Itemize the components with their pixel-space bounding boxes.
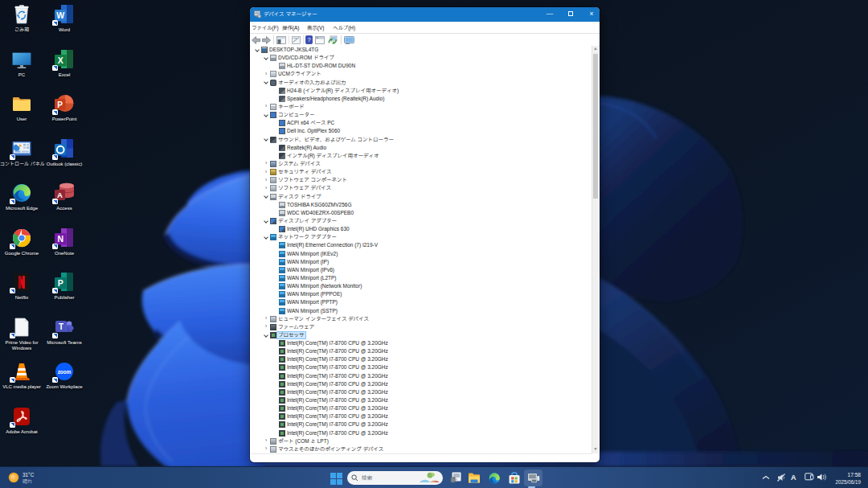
svg-text:X: X xyxy=(58,55,63,65)
svg-text:P: P xyxy=(58,278,63,288)
svg-text:P: P xyxy=(57,100,63,109)
svg-text:T: T xyxy=(59,322,63,330)
svg-text:N: N xyxy=(57,234,63,244)
svg-text:W: W xyxy=(56,10,64,20)
svg-text:?: ? xyxy=(307,36,310,43)
svg-text:zoom: zoom xyxy=(58,369,72,375)
svg-text:A: A xyxy=(57,191,63,199)
